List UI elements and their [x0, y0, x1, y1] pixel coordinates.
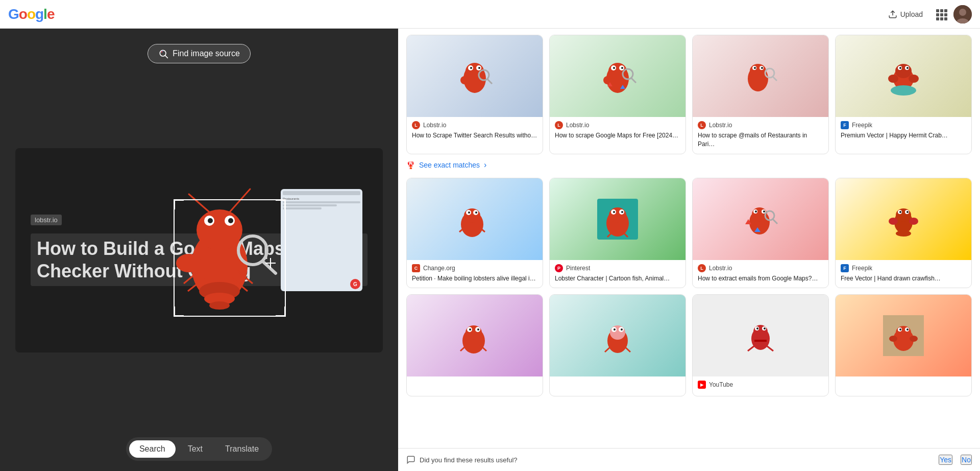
feedback-bar: Did you find these results useful? Yes N…	[398, 448, 980, 471]
svg-point-123	[896, 326, 911, 339]
svg-point-88	[896, 208, 911, 222]
result-source: L Lobstr.io	[698, 121, 823, 129]
source-favicon: F	[841, 264, 849, 272]
source-name: Freepik	[852, 122, 872, 129]
result-card[interactable]: L Lobstr.io How to scrape Google Maps fo…	[549, 35, 686, 154]
svg-line-119	[748, 346, 754, 351]
apps-grid-icon[interactable]	[935, 8, 947, 20]
upload-label: Upload	[900, 10, 923, 18]
result-title: Free Vector | Hand drawn crawfish…	[841, 274, 966, 283]
result-card[interactable]: F Freepik Premium Vector | Happy Hermit …	[835, 35, 972, 154]
svg-point-70	[609, 207, 626, 223]
result-info	[836, 376, 971, 388]
result-title: How to scrape Google Maps for Free [2024…	[555, 131, 680, 140]
result-info: F Freepik Free Vector | Hand drawn crawf…	[836, 260, 971, 288]
svg-point-74	[621, 211, 623, 213]
source-favicon: L	[555, 121, 563, 129]
result-source: L Lobstr.io	[698, 264, 823, 272]
result-image	[836, 178, 971, 260]
result-card[interactable]: ▶ YouTube	[692, 294, 829, 396]
result-card[interactable]	[406, 294, 543, 396]
svg-point-92	[906, 211, 909, 213]
translate-tab[interactable]: Translate	[215, 440, 269, 458]
source-name: Lobstr.io	[709, 122, 732, 129]
feedback-text: Did you find these results useful?	[420, 456, 518, 464]
feedback-no-button[interactable]: No	[961, 455, 972, 465]
result-info: ▶ YouTube	[693, 376, 828, 396]
feedback-question: Did you find these results useful?	[406, 455, 518, 464]
svg-point-117	[764, 327, 766, 329]
result-image	[836, 35, 971, 117]
find-image-source-button[interactable]: Find image source	[148, 44, 251, 63]
result-info: L Lobstr.io How to scrape @mails of Rest…	[693, 117, 828, 154]
svg-point-57	[888, 75, 898, 83]
monitor-mockup: Restaurants G	[281, 189, 362, 291]
svg-point-1	[959, 9, 966, 16]
see-exact-matches[interactable]: 🦞 See exact matches ›	[406, 158, 972, 172]
result-card[interactable]: C Change.org Petition · Make boiling lob…	[406, 178, 543, 289]
svg-point-52	[895, 64, 912, 78]
svg-point-37	[621, 67, 623, 69]
svg-point-36	[613, 67, 615, 69]
svg-point-44	[750, 64, 766, 78]
result-title: Petition · Make boiling lobsters alive i…	[412, 274, 537, 283]
result-source: F Freepik	[841, 121, 966, 129]
lobstr-tag: lobstr.io	[31, 215, 62, 225]
svg-line-31	[487, 79, 492, 84]
svg-point-109	[621, 328, 623, 331]
user-avatar[interactable]	[953, 5, 972, 23]
result-card[interactable]: F Freepik Free Vector | Hand drawn crawf…	[835, 178, 972, 289]
result-image	[550, 178, 685, 260]
source-favicon: C	[412, 264, 420, 272]
source-name: Pinterest	[566, 265, 590, 272]
svg-point-81	[755, 210, 757, 213]
source-name: Change.org	[423, 265, 455, 272]
svg-point-48	[761, 67, 763, 69]
svg-point-101	[477, 328, 479, 331]
result-card[interactable]: L Lobstr.io How to extract emails from G…	[692, 178, 829, 289]
svg-point-95	[896, 230, 911, 237]
svg-point-93	[889, 218, 898, 225]
text-tab[interactable]: Text	[178, 440, 213, 458]
svg-point-129	[910, 336, 918, 342]
feedback-yes-button[interactable]: Yes	[939, 455, 952, 465]
svg-point-91	[899, 211, 901, 213]
google-logo[interactable]: Google	[8, 6, 54, 22]
result-card[interactable]: L Lobstr.io How to Scrape Twitter Search…	[406, 35, 543, 154]
result-card[interactable]: L Lobstr.io How to scrape @mails of Rest…	[692, 35, 829, 154]
source-favicon: P	[555, 264, 563, 272]
results-grid: L Lobstr.io How to Scrape Twitter Search…	[398, 29, 980, 448]
result-source: L Lobstr.io	[412, 121, 537, 129]
source-name: Lobstr.io	[566, 122, 589, 129]
svg-point-58	[909, 75, 919, 83]
main-content: Find image source lobstr.io How to Build…	[0, 29, 980, 471]
svg-point-108	[614, 328, 616, 331]
source-favicon: L	[412, 121, 420, 129]
result-image	[407, 35, 543, 117]
search-tab[interactable]: Search	[129, 440, 176, 458]
svg-point-94	[909, 218, 918, 225]
result-image	[407, 295, 543, 376]
svg-point-82	[763, 210, 765, 213]
source-name: Freepik	[852, 265, 872, 272]
lobster-emoji: 🦞	[406, 161, 415, 169]
header: Google Upload	[0, 0, 980, 29]
feedback-actions: Yes No	[939, 455, 972, 465]
result-title: How to Scrape Twitter Search Results wit…	[412, 131, 537, 140]
result-info: F Freepik Premium Vector | Happy Hermit …	[836, 117, 971, 145]
upload-icon	[888, 10, 897, 19]
svg-point-27	[470, 67, 472, 69]
svg-point-61	[464, 208, 480, 223]
result-source: F Freepik	[841, 264, 966, 272]
result-info: P Pinterest Lobster Character | Cartoon …	[550, 260, 685, 288]
svg-point-105	[610, 325, 625, 340]
svg-point-100	[469, 328, 471, 331]
result-card[interactable]	[549, 294, 686, 396]
result-image	[693, 295, 828, 376]
svg-point-59	[891, 85, 916, 96]
arrow-right-icon: ›	[484, 160, 486, 170]
result-card[interactable]	[835, 294, 972, 396]
upload-button[interactable]: Upload	[882, 7, 929, 22]
result-source: C Change.org	[412, 264, 537, 272]
result-card[interactable]: P Pinterest Lobster Character | Cartoon …	[549, 178, 686, 289]
